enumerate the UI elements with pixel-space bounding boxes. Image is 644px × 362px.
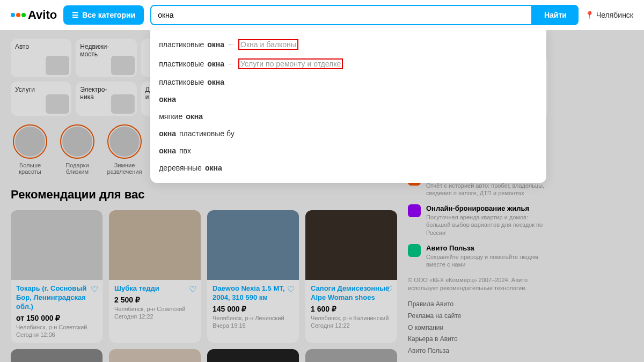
rec-card[interactable] xyxy=(109,349,201,362)
footer-link[interactable]: О компании xyxy=(408,322,547,334)
search-suggestions: пластиковые окна ← Окна и балконыпластик… xyxy=(150,28,546,183)
heart-icon[interactable]: ♡ xyxy=(189,284,196,294)
suggestion-item[interactable]: пластиковые окна xyxy=(150,73,546,91)
recommendations-heading: Рекомендации для вас xyxy=(11,188,397,202)
footer-links: Правила АвитоРеклама на сайтеО компанииК… xyxy=(408,299,547,357)
search-button[interactable]: Найти xyxy=(532,5,579,25)
recommendations-grid: ♡Токарь (г. Сосновый Бор, Ленинградская … xyxy=(11,210,397,343)
story-item[interactable]: Больше красоты xyxy=(11,124,49,175)
header: Avito ☰ Все категории Найти пластиковые … xyxy=(0,0,644,30)
service-item[interactable]: Онлайн-бронирование жильяПосуточная арен… xyxy=(408,204,547,237)
recommendation-card[interactable]: ♡Daewoo Nexia 1.5 МТ, 2004, 310 590 км14… xyxy=(207,210,299,343)
suggestion-item[interactable]: деревянные окна xyxy=(150,159,546,176)
copyright: © ООО «КЕХ еКоммерц» 2007–2024. Авито ис… xyxy=(408,276,547,293)
rec-card[interactable] xyxy=(305,349,397,362)
rec-card[interactable] xyxy=(11,349,103,362)
footer-link[interactable]: Карьера в Авито xyxy=(408,334,547,345)
suggestion-item[interactable]: окна пластиковые бу xyxy=(150,125,546,142)
pin-icon: 📍 xyxy=(585,11,594,19)
category-card[interactable]: Электро- ника xyxy=(76,82,136,116)
footer-link[interactable]: Реклама на сайте xyxy=(408,311,547,322)
category-card[interactable]: Услуги xyxy=(11,82,71,116)
recommendation-card[interactable]: ♡Шубка тедди2 500 ₽Челябинск, р-н Советс… xyxy=(109,210,201,343)
category-card[interactable]: Авто xyxy=(11,39,71,77)
location-selector[interactable]: 📍 Челябинск xyxy=(585,11,633,19)
story-item[interactable]: Зимние развлечения xyxy=(105,124,144,175)
suggestion-item[interactable]: мягкие окна xyxy=(150,108,546,125)
service-item[interactable]: Авито ПользаСохраняйте природу и помогай… xyxy=(408,244,547,269)
heart-icon[interactable]: ♡ xyxy=(385,284,393,294)
heart-icon[interactable]: ♡ xyxy=(287,284,295,294)
suggestion-item[interactable]: окна пвх xyxy=(150,142,546,159)
suggestion-item[interactable]: пластиковые окна ← Услуги по ремонту и о… xyxy=(150,54,546,73)
rec-card[interactable] xyxy=(207,349,299,362)
menu-icon: ☰ xyxy=(72,11,79,19)
suggestion-item[interactable]: окна xyxy=(150,91,546,108)
suggestion-item[interactable]: пластиковые окна ← Окна и балконы xyxy=(150,35,546,54)
story-item[interactable]: Подарки близким xyxy=(58,124,97,175)
logo[interactable]: Avito xyxy=(11,8,57,22)
footer-link[interactable]: Авито Польза xyxy=(408,345,547,357)
recommendation-card[interactable]: ♡Токарь (г. Сосновый Бор, Ленинградская … xyxy=(11,210,103,343)
footer-link[interactable]: Правила Авито xyxy=(408,299,547,311)
search-input[interactable] xyxy=(150,5,532,25)
heart-icon[interactable]: ♡ xyxy=(91,284,98,294)
recommendation-card[interactable]: ♡Сапоги Демисезонные Alpe Woman shoes1 6… xyxy=(305,210,397,343)
category-card[interactable]: Недвижи- мость xyxy=(76,39,136,77)
all-categories-button[interactable]: ☰ Все категории xyxy=(63,5,144,25)
